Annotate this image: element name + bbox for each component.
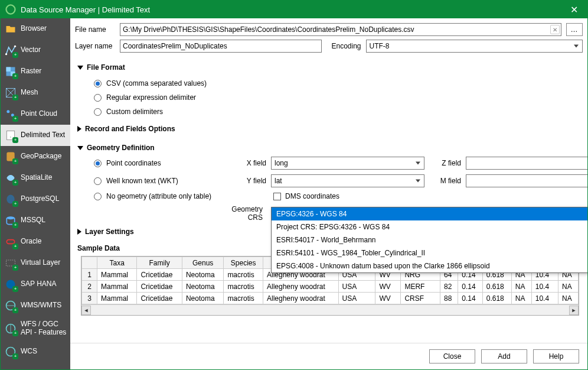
sidebar-item-mesh[interactable]: +Mesh: [1, 82, 70, 103]
sidebar-item-postgresql[interactable]: +PostgreSQL: [1, 189, 70, 210]
add-badge-icon: +: [12, 307, 18, 313]
wfs-icon: +: [4, 322, 17, 335]
table-cell: Neotoma: [182, 293, 223, 304]
sidebar-item-wms-wmts[interactable]: +WMS/WMTS: [1, 295, 70, 316]
chevron-down-icon: [77, 146, 83, 150]
table-cell: NA: [558, 293, 579, 304]
row-number: 2: [82, 281, 97, 293]
table-row[interactable]: 2MammalCricetidaeNeotomamacrotisAlleghen…: [82, 281, 579, 293]
table-header[interactable]: Genus: [182, 257, 223, 269]
crs-option[interactable]: EPSG:4326 - WGS 84: [272, 207, 587, 220]
table-corner: [82, 257, 97, 269]
table-cell: 0.618: [482, 293, 511, 304]
wms-icon: +: [4, 299, 17, 312]
add-badge-icon: +: [12, 116, 18, 122]
crs-option[interactable]: Project CRS: EPSG:4326 - WGS 84: [272, 220, 587, 233]
csv-icon: ,+: [4, 129, 17, 142]
sidebar-item-label: MSSQL: [21, 216, 67, 225]
sidebar-item-sap-hana[interactable]: +SAP HANA: [1, 274, 70, 295]
dms-label: DMS coordinates: [285, 192, 339, 200]
sidebar-item-label: PostgreSQL: [21, 195, 67, 203]
table-cell: WV: [375, 293, 401, 304]
table-cell: Neotoma: [182, 281, 223, 293]
close-button[interactable]: Close: [429, 349, 475, 363]
sidebar-item-raster[interactable]: +Raster: [1, 61, 70, 82]
spatialite-icon: +: [4, 171, 17, 184]
sidebar-item-wcs[interactable]: +WCS: [1, 341, 70, 362]
sidebar-item-wfs-ogc-api-features[interactable]: +WFS / OGC API - Features: [1, 316, 70, 341]
horizontal-scrollbar[interactable]: ◄ ►: [81, 304, 579, 315]
layer-name-input[interactable]: [120, 40, 322, 53]
x-field-label: X field: [224, 159, 271, 167]
section-geometry[interactable]: Geometry Definition: [77, 138, 583, 157]
table-cell: Cricetidae: [137, 269, 182, 281]
sidebar-item-mssql[interactable]: +MSSQL: [1, 210, 70, 231]
table-cell: macrotis: [224, 269, 263, 281]
table-cell: Mammal: [97, 269, 137, 281]
window-close-button[interactable]: ✕: [560, 1, 587, 18]
radio-icon: [94, 94, 102, 102]
add-badge-icon: +: [12, 158, 18, 164]
layer-name-label: Layer name: [75, 42, 115, 50]
regex-radio[interactable]: Regular expression delimiter: [84, 90, 583, 105]
mesh-icon: +: [4, 86, 17, 99]
crs-option[interactable]: ESRI:54017 - World_Behrmann: [272, 233, 587, 246]
table-cell: Cricetidae: [137, 281, 182, 293]
sidebar-item-vector[interactable]: +Vector: [1, 40, 70, 61]
scroll-right-icon[interactable]: ►: [569, 306, 579, 315]
y-field-select[interactable]: lat: [271, 174, 424, 187]
table-cell: 0.14: [458, 293, 483, 304]
sidebar-item-geopackage[interactable]: +GeoPackage: [1, 146, 70, 167]
table-row[interactable]: 3MammalCricetidaeNeotomamacrotisAlleghen…: [82, 293, 579, 304]
sidebar-item-virtual-layer[interactable]: +Virtual Layer: [1, 252, 70, 274]
scroll-left-icon[interactable]: ◄: [81, 306, 91, 315]
file-name-input[interactable]: [120, 23, 561, 36]
csv-radio[interactable]: CSV (comma separated values): [84, 76, 583, 90]
sidebar-item-label: Mesh: [21, 89, 67, 97]
add-badge-icon: +: [12, 265, 18, 271]
app-logo-icon: [5, 4, 16, 15]
sidebar-item-spatialite[interactable]: +SpatiaLite: [1, 167, 70, 189]
title-bar: Data Source Manager | Delimited Text ✕: [1, 1, 587, 18]
table-header[interactable]: Species: [224, 257, 263, 269]
table-cell: macrotis: [224, 293, 263, 304]
encoding-select[interactable]: UTF-8: [366, 40, 583, 53]
sidebar-item-label: Delimited Text: [21, 131, 67, 139]
sidebar-item-point-cloud[interactable]: +Point Cloud: [1, 103, 70, 125]
section-record-fields[interactable]: Record and Fields Options: [77, 119, 583, 138]
table-cell: USA: [338, 281, 375, 293]
encoding-label: Encoding: [331, 42, 361, 50]
x-field-select[interactable]: long: [271, 157, 424, 170]
dms-checkbox[interactable]: [273, 193, 281, 200]
clear-filename-icon[interactable]: ✕: [550, 25, 560, 34]
wkt-radio[interactable]: Well known text (WKT): [94, 177, 224, 185]
browse-file-button[interactable]: …: [566, 23, 583, 36]
table-cell: Neotoma: [182, 269, 223, 281]
no-geometry-radio[interactable]: No geometry (attribute only table): [94, 192, 224, 200]
custom-delimiters-radio[interactable]: Custom delimiters: [84, 105, 583, 119]
sidebar-item-browser[interactable]: Browser: [1, 18, 70, 40]
help-button[interactable]: Help: [533, 349, 579, 363]
crs-option[interactable]: ESRI:54101 - WGS_1984_Tobler_Cylindrical…: [272, 246, 587, 259]
radio-icon: [94, 193, 102, 200]
sidebar-item-label: SAP HANA: [21, 280, 67, 288]
add-button[interactable]: Add: [481, 349, 527, 363]
sidebar-item-oracle[interactable]: +Oracle: [1, 231, 70, 252]
table-header[interactable]: Family: [137, 257, 182, 269]
table-header[interactable]: Taxa: [97, 257, 137, 269]
z-field-label: Z field: [424, 159, 466, 167]
m-field-select[interactable]: [466, 174, 587, 187]
sidebar-item-label: GeoPackage: [21, 152, 67, 161]
point-coords-radio[interactable]: Point coordinates: [94, 159, 224, 167]
sidebar-item-label: Oracle: [21, 238, 67, 246]
crs-option[interactable]: EPSG:4008 - Unknown datum based upon the…: [272, 259, 587, 272]
section-file-format[interactable]: File Format: [77, 57, 583, 76]
radio-icon: [94, 177, 102, 185]
table-cell: NA: [558, 281, 579, 293]
z-field-select[interactable]: [466, 157, 587, 170]
sidebar-item-label: WCS: [21, 348, 67, 356]
table-cell: WV: [375, 281, 401, 293]
sidebar-item-label: Browser: [21, 25, 67, 33]
chevron-right-icon: [77, 229, 81, 235]
sidebar-item-delimited-text[interactable]: ,+Delimited Text: [1, 125, 70, 146]
